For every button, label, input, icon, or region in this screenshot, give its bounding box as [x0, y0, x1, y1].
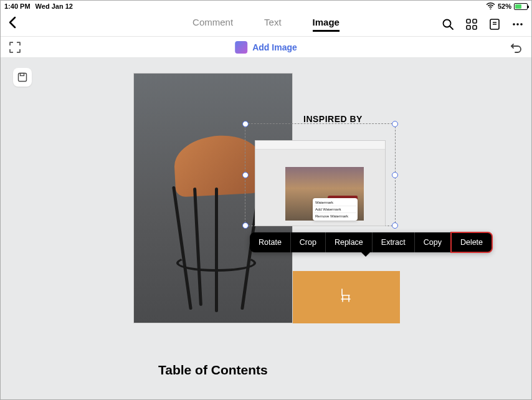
svg-point-10: [516, 23, 519, 26]
resize-handle-top-right[interactable]: [392, 121, 398, 127]
context-crop[interactable]: Crop: [291, 232, 326, 252]
search-icon[interactable]: [442, 18, 454, 31]
svg-point-11: [520, 23, 523, 26]
context-rotate[interactable]: Rotate: [250, 232, 291, 252]
resize-handle-bottom-right[interactable]: [392, 222, 398, 229]
resize-handle-mid-left[interactable]: [242, 172, 249, 178]
svg-rect-2: [467, 19, 470, 23]
add-image-button[interactable]: Add Image: [235, 41, 297, 54]
toc-heading: Table of Contents: [158, 363, 268, 378]
svg-rect-12: [19, 74, 27, 82]
inserted-image-content: Watermark Add Watermark Remove Watermark: [255, 140, 386, 226]
add-image-label: Add Image: [252, 42, 297, 52]
status-time: 1:40 PM: [4, 2, 31, 10]
chair-small-icon: [340, 288, 353, 307]
status-date: Wed Jan 12: [36, 2, 73, 10]
resize-handle-top-left[interactable]: [242, 121, 249, 127]
svg-rect-5: [473, 26, 477, 29]
svg-rect-4: [467, 26, 470, 29]
battery-percent: 52%: [498, 2, 511, 10]
context-menu-arrow-icon: [361, 252, 371, 257]
resize-handle-mid-right[interactable]: [392, 172, 398, 178]
resize-handle-bottom-left[interactable]: [242, 222, 249, 229]
add-image-icon: [235, 41, 247, 54]
context-delete[interactable]: Delete: [450, 232, 493, 253]
canvas-area[interactable]: INSPIRED BY Table of Contents Watermark …: [1, 58, 531, 399]
tab-text[interactable]: Text: [264, 17, 282, 32]
tab-comment[interactable]: Comment: [192, 17, 233, 32]
back-button[interactable]: [8, 16, 17, 32]
page-icon[interactable]: [489, 18, 500, 31]
grid-icon[interactable]: [465, 18, 478, 31]
more-icon[interactable]: [511, 18, 524, 31]
top-toolbar: Comment Text Image: [1, 12, 531, 37]
status-bar: 1:40 PM Wed Jan 12 52%: [1, 1, 531, 12]
svg-point-9: [513, 23, 515, 26]
inspired-by-label: INSPIRED BY: [303, 114, 363, 124]
orange-block: [293, 271, 400, 323]
context-menu: Rotate Crop Replace Extract Copy Delete: [250, 232, 492, 252]
svg-line-1: [450, 26, 453, 29]
wifi-icon: [486, 2, 495, 11]
undo-icon[interactable]: [509, 41, 523, 54]
battery-icon: [514, 3, 528, 10]
context-replace[interactable]: Replace: [326, 232, 373, 252]
selection-tool-icon[interactable]: [9, 42, 21, 53]
context-extract[interactable]: Extract: [373, 232, 415, 252]
secondary-toolbar: Add Image: [1, 37, 531, 58]
svg-rect-13: [21, 74, 24, 76]
svg-rect-3: [473, 19, 477, 23]
context-copy[interactable]: Copy: [415, 232, 451, 252]
tabs-row: Comment Text Image: [192, 17, 340, 32]
save-button[interactable]: [13, 68, 32, 87]
tab-image[interactable]: Image: [313, 17, 340, 32]
inserted-popup-menu: Watermark Add Watermark Remove Watermark: [313, 198, 358, 221]
selected-image[interactable]: Watermark Add Watermark Remove Watermark: [245, 123, 396, 226]
